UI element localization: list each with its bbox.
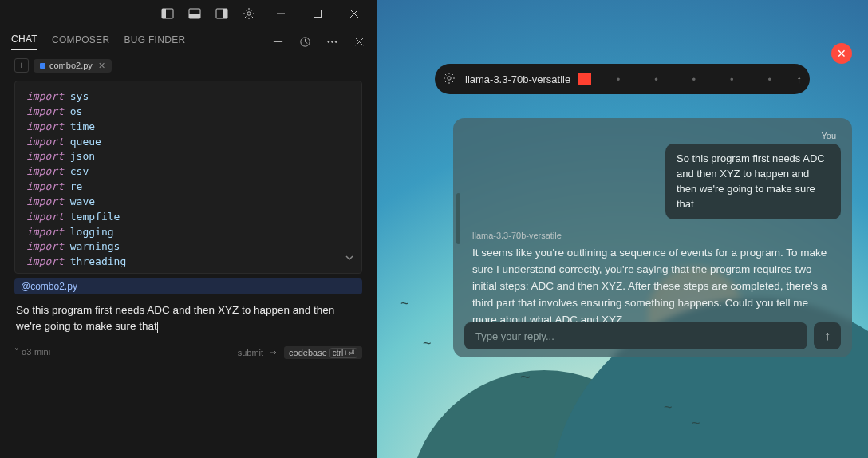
submit-arrow-icon xyxy=(270,349,278,357)
svg-point-16 xyxy=(335,41,337,43)
panel-tabs: CHAT COMPOSER BUG FINDER xyxy=(0,27,377,53)
settings-gear-icon[interactable] xyxy=(236,2,262,25)
file-type-icon xyxy=(40,63,45,69)
layout-right-icon[interactable] xyxy=(209,2,235,25)
code-preview: import sysimport osimport timeimport que… xyxy=(14,81,362,274)
window-titlebar xyxy=(0,0,377,27)
remove-chip-icon[interactable]: ✕ xyxy=(98,61,105,71)
editor-pane: CHAT COMPOSER BUG FINDER + combo2.py ✕ i… xyxy=(0,0,377,458)
tab-chat[interactable]: CHAT xyxy=(11,34,37,50)
chat-input-content: So this program first needs ADC and then… xyxy=(16,304,334,332)
gear-icon[interactable] xyxy=(443,72,457,86)
code-line: import time xyxy=(26,120,350,135)
svg-rect-1 xyxy=(162,9,166,18)
assistant-top-bar: llama-3.3-70b-versatile ••••• ↑ xyxy=(435,64,810,94)
desktop-pane: ~ ~ ~ ~ ~ ✕ llama-3.3-70b-versatile ••••… xyxy=(377,0,868,458)
code-line: import warnings xyxy=(26,239,350,255)
wallpaper-bird: ~ xyxy=(520,367,531,388)
tab-bugfinder[interactable]: BUG FINDER xyxy=(124,34,185,50)
code-line: import tempfile xyxy=(26,210,350,225)
more-icon[interactable] xyxy=(326,36,338,49)
mention-pill[interactable]: @combo2.py xyxy=(14,278,362,294)
code-line: import threading xyxy=(26,255,350,270)
model-name[interactable]: llama-3.3-70b-versatile xyxy=(465,73,570,85)
scrollbar[interactable] xyxy=(456,193,460,244)
file-chip-label: combo2.py xyxy=(49,61,93,70)
layout-left-icon[interactable] xyxy=(155,2,180,25)
model-message-bubble: It seems like you're outlining a sequenc… xyxy=(464,245,841,322)
svg-point-14 xyxy=(327,41,329,43)
window-minimize-button[interactable] xyxy=(263,2,298,25)
code-line: import queue xyxy=(26,135,350,150)
window-close-button[interactable] xyxy=(337,2,372,25)
reply-row: ↑ xyxy=(464,322,841,349)
assistant-close-button[interactable]: ✕ xyxy=(831,43,852,64)
svg-point-15 xyxy=(331,41,333,43)
code-line: import sys xyxy=(26,89,350,105)
stop-button[interactable] xyxy=(578,73,591,85)
reply-input[interactable] xyxy=(464,322,807,349)
new-chat-icon[interactable] xyxy=(271,36,284,49)
file-chip[interactable]: combo2.py ✕ xyxy=(34,59,112,73)
wallpaper-bird: ~ xyxy=(423,335,432,352)
codebase-button[interactable]: codebase ctrl+⏎ xyxy=(284,346,362,359)
model-picker[interactable]: ˅ o3-mini xyxy=(14,347,50,357)
window-maximize-button[interactable] xyxy=(300,2,335,25)
svg-rect-3 xyxy=(189,14,200,18)
wallpaper-bird: ~ xyxy=(400,295,409,312)
text-cursor xyxy=(157,322,158,333)
code-line: import re xyxy=(26,180,350,195)
send-button[interactable]: ↑ xyxy=(814,322,841,349)
expand-icon[interactable]: ↑ xyxy=(797,73,803,85)
code-line: import json xyxy=(26,149,350,164)
svg-rect-5 xyxy=(223,9,227,18)
add-context-button[interactable]: + xyxy=(14,58,29,73)
code-line: import os xyxy=(26,105,350,120)
wallpaper-bird: ~ xyxy=(692,415,700,432)
code-line: import wave xyxy=(26,195,350,210)
svg-point-19 xyxy=(448,77,451,80)
chat-input-text[interactable]: So this program first needs ADC and then… xyxy=(16,302,361,335)
user-message-bubble: So this program first needs ADC and then… xyxy=(665,144,841,219)
context-chip-row: + combo2.py ✕ xyxy=(0,53,377,73)
layout-bottom-icon[interactable] xyxy=(182,2,207,25)
code-line: import csv xyxy=(26,164,350,180)
wallpaper-bird: ~ xyxy=(664,399,673,416)
chat-footer: ˅ o3-mini submit codebase ctrl+⏎ xyxy=(14,346,362,359)
tab-composer[interactable]: COMPOSER xyxy=(52,34,109,50)
assistant-chat-widget: You So this program first needs ADC and … xyxy=(453,118,852,357)
sender-label-you: You xyxy=(821,131,836,140)
level-indicator: ••••• xyxy=(599,73,788,85)
close-panel-icon[interactable] xyxy=(353,36,365,49)
svg-point-6 xyxy=(247,12,251,15)
chevron-down-icon[interactable] xyxy=(344,252,355,268)
svg-rect-8 xyxy=(314,10,322,18)
history-icon[interactable] xyxy=(298,36,311,49)
sender-label-model: llama-3.3-70b-versatile xyxy=(472,231,841,240)
code-line: import logging xyxy=(26,225,350,240)
submit-label: submit xyxy=(238,348,263,357)
